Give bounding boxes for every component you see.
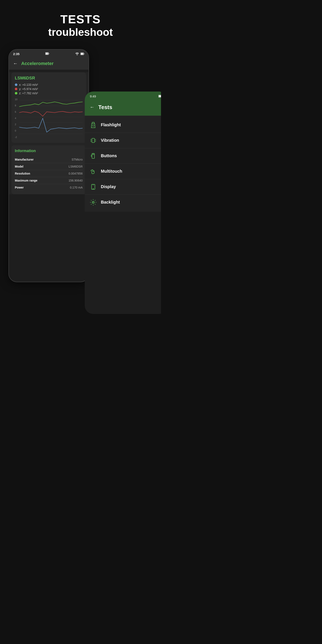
test-label-multitouch: Multitouch	[101, 169, 122, 174]
sensor-legend: x: +0.133 m/s² y: +5.974 m/s² z: +7.782 …	[15, 83, 82, 95]
sensor-chart: 10 8 6 4 2 0 -2	[15, 97, 82, 140]
phone-right-wrapper: 9:49 ← Tests	[85, 92, 161, 314]
back-button-right[interactable]: ←	[90, 104, 94, 110]
phones-container: 2:35	[0, 49, 161, 314]
multitouch-icon	[90, 168, 96, 175]
test-item-flashlight[interactable]: Flashlight	[85, 117, 161, 133]
legend-y: y: +5.974 m/s²	[15, 87, 82, 91]
info-value-model: LSM6DSR	[69, 165, 82, 168]
svg-point-17	[92, 125, 94, 126]
sensor-name: LSM6DSR	[15, 76, 82, 80]
legend-label-y: y: +5.974 m/s²	[19, 87, 38, 91]
svg-rect-2	[46, 53, 48, 54]
tests-list: Flashlight	[85, 116, 161, 212]
info-value-manufacturer: STMicro	[72, 158, 82, 161]
legend-dot-y	[15, 88, 17, 90]
info-value-power: 0.170 mA	[70, 186, 82, 189]
info-label-resolution: Resolution	[15, 172, 30, 175]
legend-z: z: +7.782 m/s²	[15, 92, 82, 95]
toolbar-title-left: Accelerometer	[21, 61, 54, 66]
header-section: TESTS troubleshoot	[0, 0, 161, 47]
test-item-vibration[interactable]: Vibration	[85, 133, 161, 148]
chart-y-labels: 10 8 6 4 2 0 -2	[15, 97, 17, 140]
legend-dot-z	[15, 92, 17, 94]
status-bar-left: 2:35	[9, 50, 88, 58]
time-right: 9:49	[90, 94, 96, 98]
info-card: Information Manufacturer STMicro Model L…	[12, 145, 86, 194]
page-subtitle: troubleshoot	[4, 26, 157, 38]
svg-rect-4	[84, 54, 84, 54]
flashlight-icon	[90, 122, 96, 128]
page-title: TESTS	[4, 13, 157, 26]
info-row-resolution: Resolution 0.0047856	[15, 170, 82, 177]
info-row-manufacturer: Manufacturer STMicro	[15, 156, 82, 163]
app-toolbar-right: ← Tests	[85, 100, 161, 116]
battery-icon-left	[45, 52, 49, 56]
svg-point-30	[93, 188, 94, 189]
test-label-flashlight: Flashlight	[101, 122, 121, 127]
test-label-vibration: Vibration	[101, 138, 119, 143]
buttons-icon	[90, 152, 96, 159]
battery-svg-right	[158, 95, 161, 98]
test-item-multitouch[interactable]: Multitouch	[85, 164, 161, 179]
info-title: Information	[15, 149, 82, 153]
svg-rect-5	[81, 53, 83, 55]
sensor-card: LSM6DSR x: +0.133 m/s² y: +5.974 m/s²	[12, 72, 86, 143]
wifi-icon-left	[75, 52, 79, 56]
chart-svg	[15, 97, 82, 140]
backlight-icon	[90, 199, 96, 206]
info-value-resolution: 0.0047856	[69, 172, 82, 175]
legend-label-x: x: +0.133 m/s²	[19, 83, 38, 86]
info-value-max-range: 156.90640	[69, 179, 82, 182]
status-icons-left	[75, 52, 84, 56]
test-item-buttons[interactable]: Buttons	[85, 148, 161, 164]
test-label-display: Display	[101, 184, 116, 189]
time-left: 2:35	[13, 52, 20, 56]
test-item-display[interactable]: Display	[85, 179, 161, 195]
legend-label-z: z: +7.782 m/s²	[19, 92, 38, 95]
phone-right: 9:49 ← Tests	[85, 92, 161, 314]
status-bar-right: 9:49	[85, 92, 161, 100]
vibration-icon	[90, 137, 96, 144]
info-row-power: Power 0.170 mA	[15, 184, 82, 191]
app-toolbar-left: ← Accelerometer	[9, 58, 88, 70]
info-row-model: Model LSM6DSR	[15, 163, 82, 170]
test-item-backlight[interactable]: Backlight	[85, 195, 161, 210]
svg-rect-1	[49, 53, 49, 54]
back-button-left[interactable]: ←	[13, 61, 18, 66]
battery-svg-right-status	[80, 52, 84, 55]
svg-rect-18	[92, 138, 94, 142]
info-label-power: Power	[15, 186, 24, 189]
test-label-buttons: Buttons	[101, 153, 117, 158]
test-label-backlight: Backlight	[101, 200, 120, 205]
info-label-max-range: Maximum range	[15, 179, 38, 182]
info-label-model: Model	[15, 165, 23, 168]
svg-rect-15	[159, 96, 161, 97]
phone-content-left: LSM6DSR x: +0.133 m/s² y: +5.974 m/s²	[9, 72, 88, 194]
svg-point-33	[92, 202, 94, 203]
info-label-manufacturer: Manufacturer	[15, 158, 34, 161]
battery-svg-left	[45, 52, 49, 55]
svg-rect-26	[92, 154, 94, 155]
legend-x: x: +0.133 m/s²	[15, 83, 82, 86]
display-icon	[90, 184, 96, 190]
legend-dot-x	[15, 84, 17, 86]
info-row-max-range: Maximum range 156.90640	[15, 177, 82, 184]
phone-left: 2:35	[8, 49, 89, 282]
toolbar-title-right: Tests	[98, 104, 112, 110]
phone-left-inner: 2:35	[9, 50, 88, 282]
